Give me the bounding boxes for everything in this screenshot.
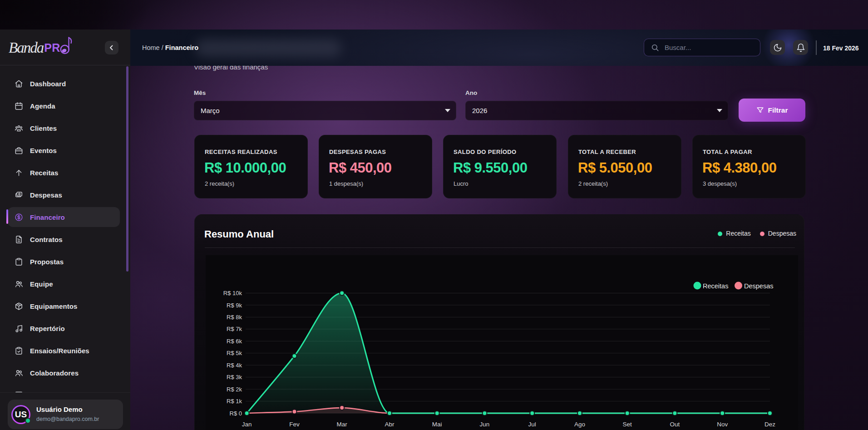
svg-text:Set: Set (623, 421, 632, 428)
svg-text:Jan: Jan (242, 421, 252, 428)
svg-text:Jun: Jun (480, 421, 490, 428)
svg-text:R$ 9k: R$ 9k (227, 302, 242, 309)
svg-text:Receitas: Receitas (703, 282, 728, 290)
svg-text:R$ 3k: R$ 3k (227, 374, 242, 381)
svg-text:Fev: Fev (289, 421, 300, 428)
svg-text:Dez: Dez (764, 421, 775, 428)
svg-text:Out: Out (670, 421, 680, 428)
svg-text:R$ 2k: R$ 2k (227, 386, 242, 393)
svg-text:R$ 0: R$ 0 (230, 410, 242, 417)
svg-text:Mar: Mar (337, 421, 348, 428)
svg-text:Ago: Ago (574, 421, 585, 428)
svg-text:R$ 10k: R$ 10k (223, 290, 242, 297)
svg-text:Despesas: Despesas (744, 282, 773, 290)
svg-text:Abr: Abr (385, 421, 395, 428)
svg-text:R$ 8k: R$ 8k (227, 314, 242, 321)
svg-text:Jul: Jul (528, 421, 536, 428)
svg-text:R$ 7k: R$ 7k (227, 326, 242, 332)
svg-text:R$ 6k: R$ 6k (227, 338, 242, 345)
svg-text:R$ 4k: R$ 4k (227, 362, 242, 369)
svg-text:Mai: Mai (432, 421, 442, 428)
svg-text:R$ 5k: R$ 5k (227, 350, 242, 356)
svg-text:R$ 1k: R$ 1k (227, 398, 242, 405)
svg-text:Nov: Nov (717, 421, 728, 428)
